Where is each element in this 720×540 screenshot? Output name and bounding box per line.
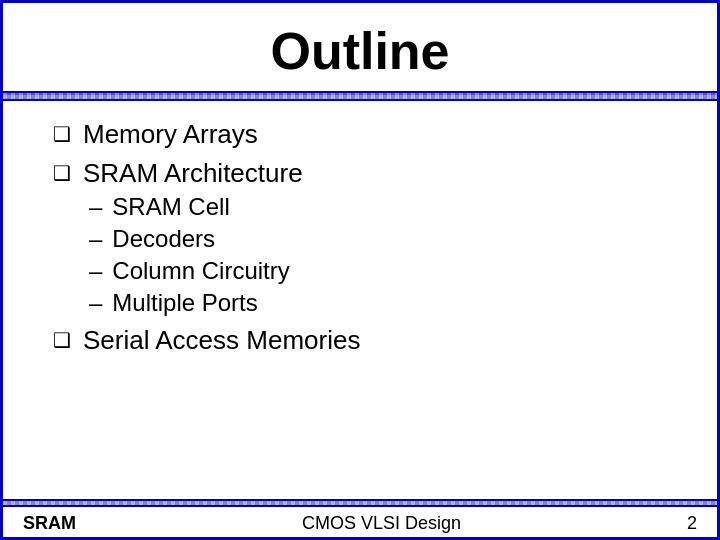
sub-text-decoders: Decoders — [112, 225, 215, 253]
sub-item-decoders: – Decoders — [89, 225, 290, 253]
sub-text-column-circuitry: Column Circuitry — [112, 257, 289, 285]
footer-divider — [3, 499, 717, 507]
slide-content: ❑ Memory Arrays ❑ SRAM Architecture – SR… — [3, 101, 717, 499]
footer-content: SRAM CMOS VLSI Design 2 — [3, 513, 717, 534]
sub-item-multiple-ports: – Multiple Ports — [89, 289, 290, 317]
bullet-memory-arrays: ❑ Memory Arrays — [53, 119, 677, 150]
bullet-text-sram-architecture: SRAM Architecture — [83, 158, 303, 189]
sub-text-sram-cell: SRAM Cell — [112, 193, 229, 221]
footer-center-label: CMOS VLSI Design — [302, 513, 461, 534]
dash-3: – — [89, 257, 102, 285]
dash-4: – — [89, 289, 102, 317]
bullet-sram-architecture: ❑ SRAM Architecture – SRAM Cell – Decode… — [53, 158, 677, 317]
footer: SRAM CMOS VLSI Design 2 — [3, 499, 717, 537]
sub-item-column-circuitry: – Column Circuitry — [89, 257, 290, 285]
top-divider — [3, 91, 717, 101]
checkbox-icon-3: ❑ — [53, 328, 71, 352]
sub-item-sram-cell: – SRAM Cell — [89, 193, 290, 221]
dash-1: – — [89, 193, 102, 221]
checkbox-icon-2: ❑ — [53, 161, 71, 185]
bullet-serial-access: ❑ Serial Access Memories — [53, 325, 677, 356]
bullet-text-serial-access: Serial Access Memories — [83, 325, 360, 356]
slide-title: Outline — [3, 3, 717, 91]
dash-2: – — [89, 225, 102, 253]
footer-left-label: SRAM — [23, 513, 76, 534]
bullet-text-memory-arrays: Memory Arrays — [83, 119, 258, 150]
sub-list-sram: – SRAM Cell – Decoders – Column Circuitr… — [89, 193, 290, 317]
sub-text-multiple-ports: Multiple Ports — [112, 289, 257, 317]
checkbox-icon-1: ❑ — [53, 122, 71, 146]
slide: Outline ❑ Memory Arrays ❑ SRAM Architect… — [0, 0, 720, 540]
footer-right-label: 2 — [687, 513, 697, 534]
